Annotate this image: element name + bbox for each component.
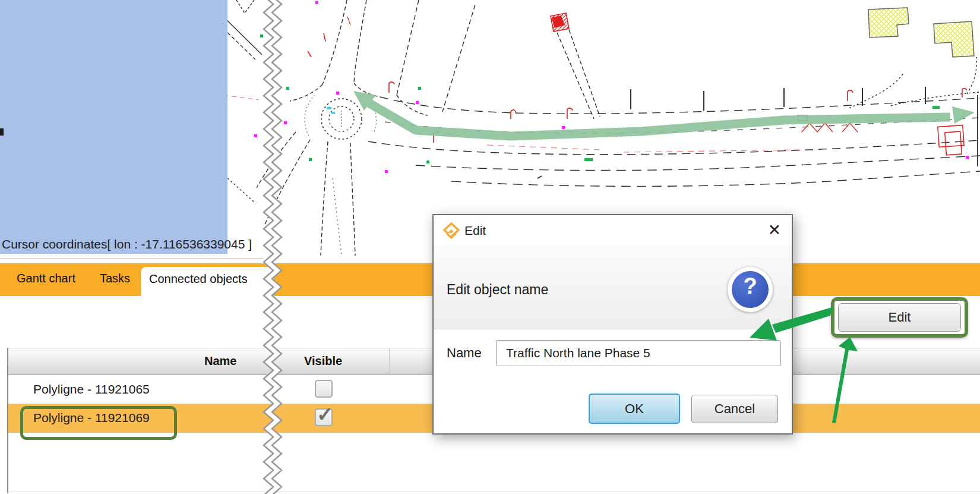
map-bottom-divider	[0, 258, 263, 259]
dialog-message: Edit object name	[447, 282, 548, 298]
ok-button[interactable]: OK	[589, 394, 680, 424]
close-icon[interactable]: ✕	[767, 221, 781, 239]
name-input[interactable]	[496, 340, 781, 366]
dialog-message-area: Edit object name ?	[434, 246, 792, 329]
dialog-titlebar[interactable]: Edit ✕	[434, 215, 792, 246]
column-header-name[interactable]: Name	[204, 354, 236, 368]
application-window: Cursor coordinates[ lon : -17.1165363390…	[0, 0, 980, 494]
column-header-visible[interactable]: Visible	[304, 354, 342, 368]
checkmark-icon: ✓	[317, 402, 334, 426]
tab-connected-objects[interactable]: Connected objects	[141, 267, 274, 296]
cancel-button[interactable]: Cancel	[691, 395, 778, 423]
tab-tasks[interactable]: Tasks	[100, 272, 130, 285]
question-glyph: ?	[728, 273, 773, 299]
route-arrowhead-east	[952, 106, 975, 124]
edit-dialog: Edit ✕ Edit object name ? Name OK Cancel	[432, 214, 793, 435]
annotation-box-selected-row	[20, 406, 177, 440]
hatched-buildings	[868, 8, 974, 57]
edit-button[interactable]: Edit	[838, 303, 961, 332]
visible-checkbox-unchecked[interactable]	[315, 380, 333, 398]
app-diamond-icon	[442, 222, 460, 240]
table-bottom-border	[8, 492, 980, 492]
window-edge-mark	[0, 128, 4, 136]
visible-checkbox-checked[interactable]: ✓	[315, 408, 333, 426]
tab-connected-objects-label: Connected objects	[149, 272, 248, 286]
tab-gantt-chart[interactable]: Gantt chart	[17, 272, 75, 285]
cursor-coordinates-status: Cursor coordinates[ lon : -17.1165363390…	[2, 237, 252, 251]
map-overlay-panel	[0, 0, 227, 254]
name-field-label: Name	[447, 345, 482, 361]
dialog-title: Edit	[464, 224, 486, 238]
row-name-label: Polyligne - 11921065	[33, 382, 150, 397]
help-button[interactable]: ?	[728, 267, 773, 312]
